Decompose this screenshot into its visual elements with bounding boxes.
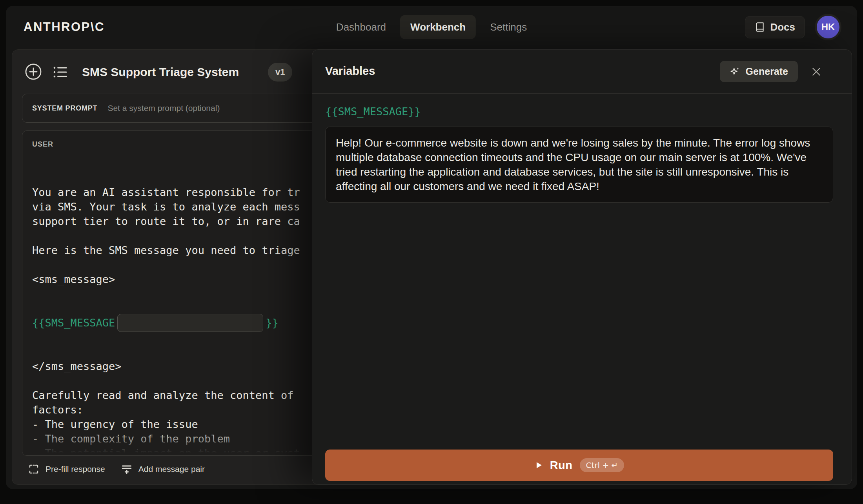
prefill-response-label: Pre-fill response [46, 464, 105, 474]
run-button[interactable]: Run Ctrl + ↵ [325, 450, 833, 481]
tab-dashboard[interactable]: Dashboard [326, 15, 396, 39]
add-message-pair-button[interactable]: Add message pair [121, 463, 205, 475]
variable-preview-chip[interactable]: Help! Our e-commerce web [117, 314, 263, 332]
prefill-response-button[interactable]: Pre-fill response [28, 463, 105, 475]
add-message-pair-icon [121, 463, 133, 475]
play-icon [534, 461, 543, 470]
prompt-title[interactable]: SMS Support Triage System [82, 65, 239, 79]
variables-title: Variables [325, 65, 375, 78]
tab-settings[interactable]: Settings [480, 15, 537, 39]
message-toolbar: Pre-fill response Add message pair [28, 460, 205, 479]
circle-plus-icon [24, 62, 43, 81]
close-drawer-button[interactable] [810, 65, 823, 78]
docs-label: Docs [770, 21, 795, 33]
top-nav: ANTHROP\C Dashboard Workbench Settings D… [6, 6, 857, 48]
prefill-selection-icon [28, 463, 40, 475]
user-role-label: USER [32, 140, 53, 149]
variable-close-token: }} [266, 315, 279, 330]
sparkle-icon [730, 66, 740, 77]
avatar-initials: HK [821, 22, 835, 33]
close-icon [810, 65, 823, 78]
variables-drawer: Variables Generate {{SMS_MESSAGE}} Help!… [312, 49, 852, 485]
version-badge[interactable]: v1 [268, 63, 292, 82]
docs-button[interactable]: Docs [745, 16, 805, 38]
system-prompt-placeholder: Set a system prompt (optional) [107, 103, 220, 113]
generate-button[interactable]: Generate [720, 61, 798, 82]
chip-fade-overlay [224, 314, 263, 332]
generate-label: Generate [746, 66, 788, 77]
add-message-pair-label: Add message pair [138, 464, 205, 474]
variable-open-token: {{SMS_MESSAGE [32, 315, 115, 330]
list-icon [53, 65, 68, 79]
book-icon [755, 22, 765, 32]
variable-value-input[interactable]: Help! Our e-commerce website is down and… [325, 127, 833, 203]
nav-tabs: Dashboard Workbench Settings [326, 15, 537, 39]
nav-right-group: Docs HK [745, 16, 839, 38]
run-label: Run [550, 459, 573, 472]
system-prompt-label: SYSTEM PROMPT [32, 104, 97, 112]
new-prompt-button[interactable] [24, 62, 43, 81]
avatar[interactable]: HK [817, 16, 839, 38]
variable-name-label: {{SMS_MESSAGE}} [325, 105, 421, 118]
variables-header: Variables Generate [312, 50, 852, 94]
anthropic-logo: ANTHROP\C [24, 20, 105, 34]
run-shortcut-badge: Ctrl + ↵ [580, 458, 624, 472]
tab-workbench[interactable]: Workbench [400, 15, 476, 39]
prompt-list-button[interactable] [53, 65, 68, 79]
